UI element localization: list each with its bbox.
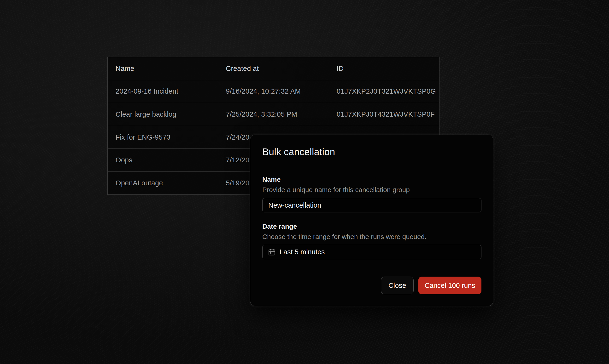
column-header-created-at: Created at bbox=[226, 65, 337, 73]
table-row[interactable]: 2024-09-16 Incident 9/16/2024, 10:27:32 … bbox=[108, 80, 439, 103]
name-input[interactable] bbox=[262, 198, 482, 212]
modal-title: Bulk cancellation bbox=[262, 146, 481, 158]
date-range-select[interactable]: Last 5 minutes bbox=[262, 245, 482, 259]
row-id: 01J7XKPJ0T4321WJVKTSP0F bbox=[337, 110, 440, 118]
page-background: Name Created at ID 2024-09-16 Incident 9… bbox=[0, 0, 609, 364]
row-name: Oops bbox=[108, 156, 226, 164]
modal-footer: Close Cancel 100 runs bbox=[381, 277, 482, 294]
row-name: Fix for ENG-9573 bbox=[108, 133, 226, 141]
table-header-row: Name Created at ID bbox=[108, 57, 439, 80]
bulk-cancellation-modal: Bulk cancellation Name Provide a unique … bbox=[250, 135, 493, 306]
row-id: 01J7XKP2J0T321WJVKTSP0G bbox=[337, 87, 440, 95]
cancel-runs-button[interactable]: Cancel 100 runs bbox=[418, 277, 482, 294]
date-range-description: Choose the time range for when the runs … bbox=[262, 233, 481, 241]
name-field-label: Name bbox=[262, 176, 481, 184]
column-header-name: Name bbox=[108, 65, 226, 73]
row-created-at: 7/25/2024, 3:32:05 PM bbox=[226, 110, 337, 118]
row-name: Clear large backlog bbox=[108, 110, 226, 118]
row-name: 2024-09-16 Incident bbox=[108, 87, 226, 95]
table-row[interactable]: Clear large backlog 7/25/2024, 3:32:05 P… bbox=[108, 103, 439, 126]
column-header-id: ID bbox=[337, 65, 440, 73]
calendar-icon bbox=[268, 248, 276, 256]
date-range-value: Last 5 minutes bbox=[279, 248, 325, 256]
date-range-label: Date range bbox=[262, 222, 481, 231]
row-created-at: 9/16/2024, 10:27:32 AM bbox=[226, 87, 337, 95]
close-button[interactable]: Close bbox=[381, 277, 414, 294]
row-name: OpenAI outage bbox=[108, 179, 226, 187]
name-field-description: Provide a unique name for this cancellat… bbox=[262, 186, 481, 194]
